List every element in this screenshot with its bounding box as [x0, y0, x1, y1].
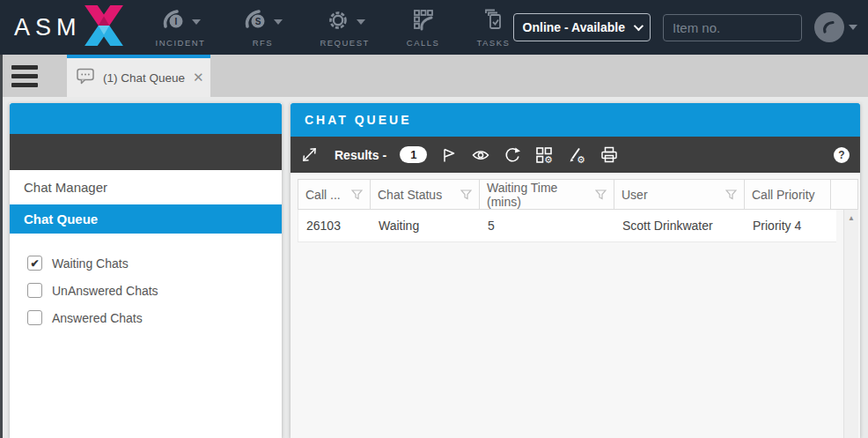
sidebar-toolbar-band [10, 134, 282, 170]
chevron-down-icon [634, 21, 644, 31]
help-button[interactable]: ? [834, 147, 850, 163]
rfs-caret-icon[interactable] [274, 19, 283, 25]
svg-text:I: I [175, 17, 178, 26]
chat-queue-panel: CHAT QUEUE Results - 1 [291, 103, 860, 438]
unanswered-chats-checkbox[interactable] [27, 283, 42, 298]
column-settings-icon[interactable]: ⚙ [534, 145, 554, 165]
filter-funnel-icon [460, 189, 472, 200]
phone-icon [814, 12, 844, 42]
menu-hamburger-button[interactable] [0, 55, 49, 97]
rfs-phone-icon: S [242, 7, 268, 37]
filter-unanswered-chats[interactable]: UnAnswered Chats [10, 277, 282, 304]
cell-call-number: 26103 [298, 210, 371, 241]
asm-logo[interactable]: ASM [14, 4, 124, 50]
left-edge-divider [0, 55, 3, 438]
availability-value: Online - Available [523, 20, 625, 34]
panel-title-bar: CHAT QUEUE [291, 103, 860, 137]
nav-label-tasks: TASKS [476, 38, 510, 48]
incident-caret-icon[interactable] [192, 19, 201, 25]
tab-chat-queue[interactable]: (1) Chat Queue ✕ [67, 55, 210, 97]
asm-x-logo-icon [84, 4, 124, 50]
svg-text:S: S [255, 17, 261, 26]
answered-chats-checkbox[interactable] [27, 310, 42, 325]
filter-funnel-icon [595, 189, 607, 200]
flag-icon[interactable] [440, 146, 458, 164]
column-header-user[interactable]: User [614, 180, 745, 209]
asm-logo-text: ASM [14, 14, 82, 41]
tasks-documents-icon [480, 7, 506, 37]
nav-label-request: REQUEST [320, 38, 369, 48]
item-number-input[interactable] [663, 14, 802, 41]
sidebar-item-chat-queue[interactable]: Chat Queue [10, 204, 282, 234]
preview-eye-icon[interactable] [471, 146, 490, 164]
results-toolbar: Results - 1 [291, 137, 860, 173]
print-icon[interactable] [600, 145, 619, 164]
request-gear-icon [325, 7, 351, 37]
topbar-right-controls: Online - Available [513, 12, 857, 42]
filter-funnel-icon [725, 189, 737, 200]
content-area: Chat Manager Chat Queue ✔ Waiting Chats … [0, 97, 868, 438]
filter-funnel-icon [351, 189, 363, 200]
chat-sidebar-panel: Chat Manager Chat Queue ✔ Waiting Chats … [10, 103, 282, 438]
incident-phone-icon: I [160, 7, 187, 37]
scroll-up-icon[interactable]: ▲ [844, 210, 858, 222]
table-scrollbar[interactable]: ▲ [843, 210, 858, 438]
nav-item-rfs[interactable]: S RFS [242, 8, 283, 48]
chat-filter-list: ✔ Waiting Chats UnAnswered Chats Answere… [10, 249, 282, 331]
nav-item-calls[interactable]: CALLS [407, 8, 440, 48]
edit-settings-icon[interactable]: ⚙ [567, 145, 586, 165]
column-header-waiting-time[interactable]: Waiting Time (mins) [480, 180, 614, 209]
tab-close-icon[interactable]: ✕ [193, 70, 204, 85]
nav-item-tasks[interactable]: TASKS [476, 8, 510, 48]
tab-strip: (1) Chat Queue ✕ [0, 55, 868, 97]
request-caret-icon[interactable] [357, 19, 365, 25]
table-row[interactable]: 26103 Waiting 5 Scott Drinkwater Priorit… [298, 210, 836, 242]
filter-label: UnAnswered Chats [52, 284, 158, 298]
waiting-chats-checkbox[interactable]: ✔ [27, 256, 42, 271]
column-header-chat-status[interactable]: Chat Status [371, 180, 480, 209]
top-bar: ASM I INCIDENT [0, 0, 868, 55]
nav-item-request[interactable]: REQUEST [320, 8, 369, 48]
filter-label: Waiting Chats [52, 256, 129, 271]
nav-item-incident[interactable]: I INCIDENT [156, 8, 206, 48]
table-header-row: Call ... Chat Status Waiting Time (mins)… [298, 179, 858, 210]
cell-chat-status: Waiting [371, 210, 480, 241]
quick-call-caret-icon[interactable] [849, 25, 857, 30]
calls-dialpad-icon [410, 7, 437, 37]
filter-label: Answered Chats [52, 311, 143, 325]
sidebar-header-band [10, 103, 282, 134]
cell-call-priority: Priority 4 [745, 210, 831, 241]
nav-label-rfs: RFS [253, 38, 274, 48]
results-count-badge[interactable]: 1 [400, 146, 427, 163]
column-header-call-priority[interactable]: Call Priority [745, 180, 831, 209]
refresh-icon[interactable] [504, 146, 521, 164]
column-header-call-number[interactable]: Call ... [298, 180, 371, 209]
nav-label-calls: CALLS [407, 38, 440, 48]
svg-text:⚙: ⚙ [577, 154, 585, 165]
nav-label-incident: INCIDENT [156, 38, 206, 48]
primary-nav: I INCIDENT S RFS [156, 8, 511, 48]
panel-title: CHAT QUEUE [305, 113, 412, 127]
cell-waiting-time: 5 [480, 210, 614, 241]
filter-answered-chats[interactable]: Answered Chats [10, 304, 282, 331]
sidebar-item-chat-manager[interactable]: Chat Manager [10, 173, 282, 202]
quick-call-button[interactable] [814, 12, 857, 42]
cell-user: Scott Drinkwater [614, 210, 745, 241]
filter-waiting-chats[interactable]: ✔ Waiting Chats [10, 249, 282, 277]
collapse-toolbar-icon[interactable] [301, 146, 318, 163]
availability-select[interactable]: Online - Available [513, 13, 651, 41]
column-header-filler [831, 180, 857, 209]
tab-label: (1) Chat Queue [103, 71, 185, 85]
results-label: Results - [335, 148, 386, 162]
svg-text:⚙: ⚙ [544, 154, 553, 165]
chat-bubble-icon [77, 68, 95, 88]
results-table-zone: Call ... Chat Status Waiting Time (mins)… [291, 173, 860, 438]
